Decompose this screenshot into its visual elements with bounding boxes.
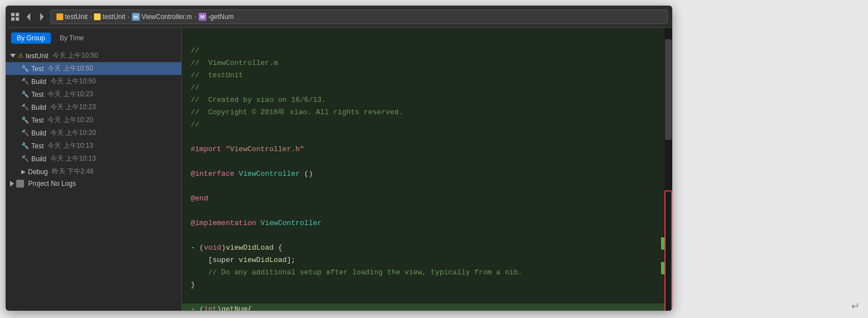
main-content: By Group By Time ⚠ testUnit 今天 上午10:50 🔧… — [6, 28, 672, 311]
folder-orange-icon — [56, 13, 63, 20]
list-item-build-1013[interactable]: 🔨 Build 今天 上午10:13 — [6, 152, 181, 165]
toolbar: testUnit › testUnit › m ViewController.m… — [6, 6, 672, 28]
wrench-icon-1: 🔧 — [21, 65, 29, 72]
breadcrumb-sep-2: › — [128, 13, 130, 20]
hammer-icon-3: 🔨 — [21, 129, 29, 137]
breadcrumb: testUnit › testUnit › m ViewController.m… — [50, 10, 668, 24]
item-label: Test — [31, 142, 45, 150]
project-icon — [16, 180, 24, 188]
item-label: Test — [31, 91, 45, 99]
list-item-project-no-logs[interactable]: Project No Logs — [6, 178, 181, 189]
svg-rect-1 — [16, 13, 19, 16]
item-label: Test — [31, 65, 45, 73]
breadcrumb-item-1[interactable]: testUnit — [56, 13, 88, 21]
breadcrumb-sep-1: › — [90, 13, 92, 20]
item-time: 今天 上午10:23 — [48, 90, 93, 99]
wrench-icon-3: 🔧 — [21, 116, 29, 124]
item-time: 今天 上午10:23 — [50, 102, 96, 112]
wrench-icon-2: 🔧 — [21, 91, 29, 98]
list-item-build-1050[interactable]: 🔨 Build 今天 上午10:50 — [6, 75, 181, 88]
item-time: 今天 上午10:20 — [50, 128, 96, 138]
item-time: 今天 上午10:50 — [50, 77, 96, 86]
item-label: Test — [31, 116, 45, 124]
svg-rect-0 — [11, 13, 15, 16]
breadcrumb-item-3[interactable]: m ViewController.m — [132, 13, 192, 21]
code-editor[interactable]: // // ViewController.m // testUnit // //… — [182, 28, 672, 311]
coverage-count: 1 — [660, 237, 663, 244]
breadcrumb-sep-3: › — [194, 13, 196, 20]
list-item-build-1023[interactable]: 🔨 Build 今天 上午10:23 — [6, 101, 181, 114]
item-label: Build — [31, 78, 48, 86]
sidebar: By Group By Time ⚠ testUnit 今天 上午10:50 🔧… — [6, 28, 182, 311]
return-arrow-icon: ↵ — [851, 300, 860, 312]
list-item-testunit-group[interactable]: ⚠ testUnit 今天 上午10:50 — [6, 49, 181, 62]
forward-button[interactable] — [37, 12, 47, 22]
grid-icon[interactable] — [10, 12, 20, 22]
breadcrumb-item-4[interactable]: M -getNum — [199, 13, 234, 21]
svg-rect-3 — [16, 17, 19, 21]
coverage-count-2: 1 — [660, 262, 663, 268]
back-button[interactable] — [23, 12, 34, 22]
group-time: 今天 上午10:50 — [53, 51, 98, 60]
item-time: 今天 上午10:50 — [48, 64, 93, 73]
folder-yellow-icon — [94, 13, 101, 20]
hammer-icon-1: 🔨 — [21, 78, 29, 85]
play-icon: ▶ — [21, 169, 26, 175]
breadcrumb-item-2[interactable]: testUnit — [94, 13, 125, 21]
group-label: testUnit — [26, 52, 50, 60]
expand-right-icon — [10, 181, 14, 186]
wrench-icon-4: 🔧 — [21, 142, 29, 149]
file-m-icon: m — [132, 13, 140, 21]
sidebar-list: ⚠ testUnit 今天 上午10:50 🔧 Test 今天 上午10:50 … — [6, 48, 181, 311]
file-m2-icon: M — [199, 13, 206, 21]
list-item-test-1023[interactable]: 🔧 Test 今天 上午10:23 — [6, 88, 181, 101]
sidebar-tabs: By Group By Time — [6, 28, 181, 48]
item-label: Debug — [28, 168, 50, 176]
editor-scrollbar[interactable] — [664, 28, 672, 311]
scrollbar-thumb[interactable] — [665, 39, 672, 140]
item-label: Build — [31, 129, 48, 137]
item-time: 今天 上午10:13 — [50, 154, 96, 163]
list-item-test-1020[interactable]: 🔧 Test 今天 上午10:20 — [6, 114, 181, 127]
code-content: // // ViewController.m // testUnit // //… — [182, 28, 672, 311]
list-item-test-1013[interactable]: 🔧 Test 今天 上午10:13 — [6, 139, 181, 152]
svg-marker-5 — [40, 13, 44, 21]
project-label: Project No Logs — [26, 180, 76, 188]
by-time-tab[interactable]: By Time — [54, 32, 89, 44]
expand-icon — [10, 54, 16, 58]
hammer-icon-2: 🔨 — [21, 104, 29, 111]
item-label: Build — [31, 104, 48, 111]
list-item-debug[interactable]: ▶ Debug 昨天 下午2:46 — [6, 165, 181, 178]
svg-marker-4 — [27, 13, 30, 21]
item-label: Build — [31, 155, 48, 163]
item-time: 今天 上午10:13 — [48, 141, 93, 151]
by-group-tab[interactable]: By Group — [11, 32, 51, 44]
list-item-build-1020[interactable]: 🔨 Build 今天 上午10:20 — [6, 127, 181, 139]
app-window: testUnit › testUnit › m ViewController.m… — [6, 6, 672, 311]
hammer-icon-4: 🔨 — [21, 155, 29, 162]
warning-icon: ⚠ — [18, 52, 23, 59]
item-time: 今天 上午10:20 — [48, 115, 93, 125]
svg-rect-2 — [11, 17, 15, 21]
list-item-test-1050[interactable]: 🔧 Test 今天 上午10:50 — [6, 62, 181, 75]
item-time: 昨天 下午2:46 — [52, 167, 94, 176]
